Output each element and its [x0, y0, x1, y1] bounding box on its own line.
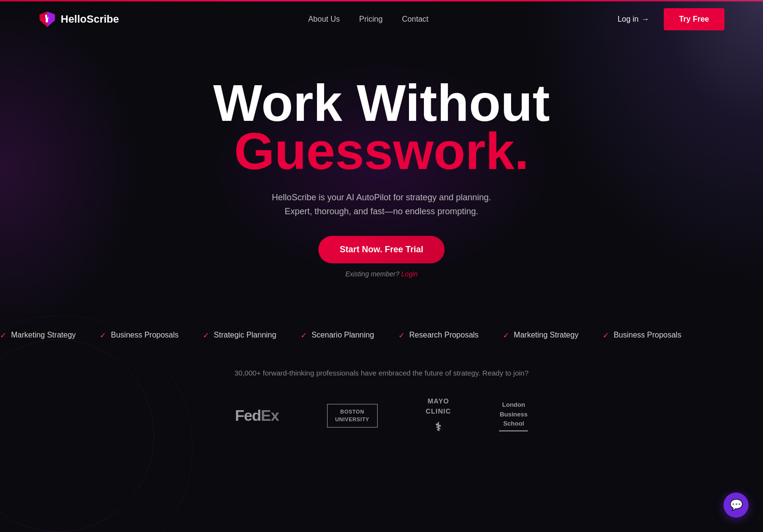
start-trial-button[interactable]: Start Now. Free Trial: [318, 236, 444, 263]
hero-title-line1: Work Without: [0, 77, 763, 129]
social-proof-text: 30,000+ forward-thinking professionals h…: [39, 369, 724, 377]
check-icon: ✓: [398, 331, 405, 340]
list-item: ✓ Marketing Strategy: [0, 331, 76, 340]
list-item: ✓ Scenario Planning: [301, 331, 374, 340]
nav-about[interactable]: About Us: [308, 15, 340, 24]
boston-text: BOSTONUNIVERSITY: [335, 408, 369, 423]
login-link[interactable]: Log in →: [618, 15, 649, 24]
try-free-button[interactable]: Try Free: [664, 8, 724, 30]
feature-label: Business Proposals: [111, 331, 179, 339]
social-proof-section: 30,000+ forward-thinking professionals h…: [0, 350, 763, 455]
chat-bubble[interactable]: 💬: [724, 493, 749, 518]
features-list: ✓ Marketing Strategy ✓ Business Proposal…: [0, 331, 681, 340]
hero-subtitle-line2: Expert, thorough, and fast—no endless pr…: [285, 207, 478, 216]
nav-pricing[interactable]: Pricing: [359, 15, 382, 24]
london-business-school-logo: LondonBusinessSchool: [499, 400, 528, 431]
list-item: ✓ Business Proposals: [603, 331, 682, 340]
feature-label: Business Proposals: [614, 331, 682, 339]
nav-contact[interactable]: Contact: [402, 15, 428, 24]
check-icon: ✓: [301, 331, 307, 340]
logo-link[interactable]: HelloScribe: [39, 11, 119, 28]
mayo-text: MAYOCLINIC ⚕: [426, 396, 451, 436]
boston-logo-box: BOSTONUNIVERSITY: [327, 404, 378, 428]
mayo-clinic-logo: MAYOCLINIC ⚕: [426, 396, 451, 436]
list-item: ✓ Business Proposals: [100, 331, 179, 340]
fedex-logo: FedEx: [235, 407, 279, 425]
check-icon: ✓: [203, 331, 209, 340]
hero-title: Work Without Guesswork.: [0, 77, 763, 177]
hero-cta: Start Now. Free Trial Existing member? L…: [0, 236, 763, 278]
fedex-text: FedEx: [235, 407, 279, 424]
feature-label: Research Proposals: [409, 331, 479, 339]
logos-row: FedEx BOSTONUNIVERSITY MAYOCLINIC ⚕ Lond…: [39, 396, 724, 436]
boston-university-logo: BOSTONUNIVERSITY: [327, 404, 378, 428]
login-arrow: →: [642, 15, 649, 24]
mayo-icon: ⚕: [426, 418, 451, 436]
login-label: Log in: [618, 15, 639, 24]
check-icon: ✓: [100, 331, 106, 340]
check-icon: ✓: [0, 331, 6, 340]
lbs-line: [499, 430, 528, 431]
list-item: ✓ Marketing Strategy: [503, 331, 579, 340]
existing-member-login[interactable]: Login: [401, 270, 418, 278]
list-item: ✓ Research Proposals: [398, 331, 479, 340]
svg-marker-1: [47, 12, 55, 27]
chat-icon: 💬: [730, 499, 743, 511]
feature-label: Marketing Strategy: [11, 331, 76, 339]
hero-title-line2: Guesswork.: [0, 125, 763, 177]
logo-text: HelloScribe: [61, 13, 119, 26]
navigation: HelloScribe About Us Pricing Contact Log…: [0, 0, 763, 39]
feature-label: Marketing Strategy: [514, 331, 579, 339]
logo-icon: [39, 11, 56, 28]
existing-member-text: Existing member? Login: [0, 270, 763, 278]
nav-links: About Us Pricing Contact: [308, 15, 429, 24]
hero-section: Work Without Guesswork. HelloScribe is y…: [0, 39, 763, 307]
list-item: ✓ Strategic Planning: [203, 331, 276, 340]
check-icon: ✓: [603, 331, 609, 340]
hero-subtitle: HelloScribe is your AI AutoPilot for str…: [0, 191, 763, 219]
feature-label: Scenario Planning: [312, 331, 374, 339]
nav-right: Log in → Try Free: [618, 8, 724, 30]
lbs-text: LondonBusinessSchool: [499, 400, 528, 431]
existing-member-label: Existing member?: [345, 270, 399, 278]
check-icon: ✓: [503, 331, 509, 340]
feature-label: Strategic Planning: [214, 331, 276, 339]
features-ticker: ✓ Marketing Strategy ✓ Business Proposal…: [0, 321, 763, 350]
hero-subtitle-line1: HelloScribe is your AI AutoPilot for str…: [272, 193, 491, 202]
